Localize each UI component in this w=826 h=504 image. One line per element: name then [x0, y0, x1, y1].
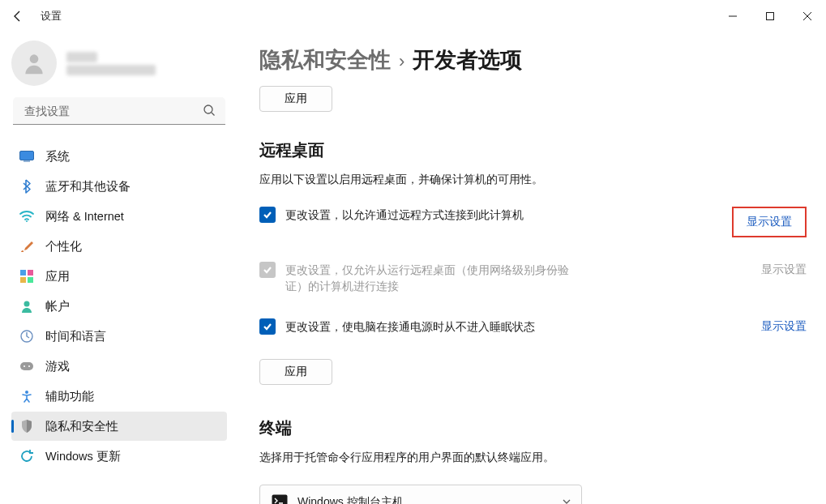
apps-icon [19, 269, 34, 284]
sidebar-item-label: Windows 更新 [45, 449, 121, 464]
show-settings-link-1[interactable]: 显示设置 [732, 207, 807, 237]
search-input[interactable] [13, 97, 225, 125]
apply-button-remote[interactable]: 应用 [259, 359, 332, 385]
remote-setting-allow: 更改设置，以允许通过远程方式连接到此计算机 显示设置 [259, 207, 807, 237]
checkbox-nla [259, 262, 276, 278]
remote-setting-nla-text: 更改设置，仅允许从运行远程桌面（使用网络级别身份验证）的计算机进行连接 [285, 262, 569, 294]
svg-point-13 [24, 365, 25, 367]
svg-point-14 [28, 365, 30, 367]
sidebar-item-accounts[interactable]: 帐户 [11, 292, 227, 321]
svg-rect-0 [767, 13, 774, 20]
sidebar-item-label: 蓝牙和其他设备 [45, 179, 131, 194]
sidebar-item-accessibility[interactable]: 辅助功能 [11, 382, 227, 411]
checkbox-allow-remote[interactable] [259, 207, 276, 223]
sidebar-item-label: 辅助功能 [45, 389, 94, 404]
sidebar-item-system[interactable]: 系统 [11, 142, 227, 171]
remote-setting-nla: 更改设置，仅允许从运行远程桌面（使用网络级别身份验证）的计算机进行连接 显示设置 [259, 262, 807, 294]
search-icon[interactable] [203, 104, 216, 119]
svg-rect-7 [28, 270, 33, 275]
sidebar-item-personalization[interactable]: 个性化 [11, 232, 227, 261]
minimize-button[interactable] [714, 3, 751, 29]
sidebar-item-label: 隐私和安全性 [45, 419, 118, 434]
chevron-right-icon: › [399, 51, 404, 72]
remote-setting-sleep: 更改设置，使电脑在接通电源时从不进入睡眠状态 显示设置 [259, 318, 807, 335]
remote-setting-allow-text: 更改设置，以允许通过远程方式连接到此计算机 [285, 207, 524, 223]
remote-desktop-desc: 应用以下设置以启用远程桌面，并确保计算机的可用性。 [259, 173, 807, 187]
sidebar-item-network[interactable]: 网络 & Internet [11, 202, 227, 231]
brush-icon [19, 239, 34, 254]
breadcrumb-parent[interactable]: 隐私和安全性 [259, 45, 391, 75]
sidebar-item-time-language[interactable]: 时间和语言 [11, 322, 227, 351]
svg-rect-9 [28, 277, 33, 283]
svg-point-10 [24, 301, 30, 307]
sidebar-item-label: 游戏 [45, 359, 70, 374]
back-button[interactable] [10, 8, 26, 24]
sidebar-item-apps[interactable]: 应用 [11, 262, 227, 291]
svg-rect-6 [20, 270, 26, 275]
svg-point-15 [25, 391, 28, 394]
svg-point-2 [204, 105, 212, 113]
page-title: 开发者选项 [413, 45, 522, 75]
update-icon [19, 449, 34, 463]
clock-globe-icon [19, 329, 34, 344]
svg-point-1 [30, 54, 39, 63]
svg-point-5 [26, 220, 28, 222]
system-icon [19, 149, 34, 164]
bluetooth-icon [19, 179, 34, 194]
sidebar-item-label: 系统 [45, 149, 70, 164]
remote-desktop-heading: 远程桌面 [259, 139, 807, 161]
sidebar: 系统 蓝牙和其他设备 网络 & Internet 个性化 应用 帐户 [0, 32, 235, 504]
terminal-heading: 终端 [259, 417, 807, 439]
svg-rect-12 [20, 362, 33, 370]
window-title: 设置 [41, 9, 62, 23]
svg-rect-3 [20, 152, 34, 160]
svg-rect-16 [272, 495, 288, 505]
content-pane: 隐私和安全性 › 开发者选项 应用 远程桌面 应用以下设置以启用远程桌面，并确保… [235, 32, 826, 504]
show-settings-link-2: 显示设置 [761, 262, 807, 277]
account-name-redacted [66, 49, 156, 78]
terminal-dropdown[interactable]: Windows 控制台主机 [259, 485, 582, 504]
breadcrumb: 隐私和安全性 › 开发者选项 [259, 45, 807, 75]
maximize-button[interactable] [751, 3, 789, 29]
close-button[interactable] [789, 3, 826, 29]
sidebar-item-label: 应用 [45, 269, 70, 284]
gamepad-icon [19, 359, 34, 374]
avatar [11, 41, 57, 86]
sidebar-item-bluetooth[interactable]: 蓝牙和其他设备 [11, 172, 227, 201]
wifi-icon [19, 209, 34, 224]
remote-setting-sleep-text: 更改设置，使电脑在接通电源时从不进入睡眠状态 [285, 318, 535, 335]
shield-icon [19, 419, 34, 434]
terminal-desc: 选择用于托管命令行应用程序的用户界面的默认终端应用。 [259, 451, 807, 465]
svg-rect-4 [24, 161, 30, 162]
titlebar: 设置 [0, 0, 826, 32]
sidebar-item-label: 网络 & Internet [45, 209, 124, 224]
svg-rect-8 [20, 277, 26, 283]
checkbox-sleep[interactable] [259, 318, 276, 335]
accessibility-icon [19, 389, 34, 404]
terminal-selected-label: Windows 控制台主机 [297, 495, 404, 504]
apply-button-top[interactable]: 应用 [259, 86, 332, 112]
account-block[interactable] [11, 41, 227, 86]
sidebar-item-gaming[interactable]: 游戏 [11, 352, 227, 381]
sidebar-item-label: 帐户 [45, 299, 70, 314]
person-icon [19, 299, 34, 314]
sidebar-item-windows-update[interactable]: Windows 更新 [11, 442, 227, 471]
sidebar-item-privacy[interactable]: 隐私和安全性 [11, 412, 227, 441]
show-settings-link-3[interactable]: 显示设置 [761, 318, 807, 334]
chevron-down-icon [562, 496, 571, 504]
nav-list: 系统 蓝牙和其他设备 网络 & Internet 个性化 应用 帐户 [11, 141, 227, 472]
sidebar-item-label: 时间和语言 [45, 329, 106, 344]
console-icon [272, 494, 288, 504]
sidebar-item-label: 个性化 [45, 239, 82, 254]
